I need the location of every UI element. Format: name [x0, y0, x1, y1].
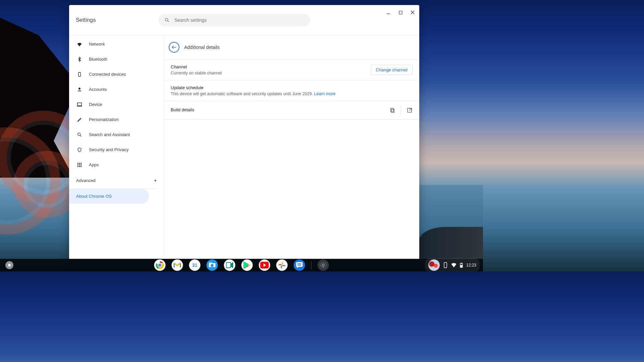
sidebar-item-label: Personalization [89, 117, 119, 122]
meet-app-icon[interactable] [224, 259, 235, 271]
update-subtitle: This device will get automatic software … [171, 92, 413, 96]
photos-app-icon[interactable] [276, 259, 288, 271]
channel-subtitle: Currently on stable channel [171, 71, 366, 75]
svg-point-20 [80, 166, 82, 167]
sidebar-item-network[interactable]: Network [69, 37, 164, 52]
svg-point-12 [77, 163, 78, 164]
settings-window: Settings Network Bluetooth Connected dev… [69, 5, 419, 259]
sidebar-item-label: Network [89, 42, 105, 47]
system-tray[interactable]: 12:23 [425, 258, 480, 272]
sidebar-item-label: Device [89, 102, 102, 107]
clock: 12:23 [466, 263, 476, 267]
page-title: Additional details [184, 45, 220, 50]
sidebar: Network Bluetooth Connected devices Acco… [69, 35, 164, 259]
shelf: 31 12:23 [0, 259, 483, 272]
settings-app-icon[interactable] [318, 259, 329, 271]
svg-marker-40 [297, 267, 299, 268]
sidebar-item-personalization[interactable]: Personalization [69, 112, 164, 127]
sidebar-item-device[interactable]: Device [69, 97, 164, 112]
search-icon [164, 17, 170, 23]
sidebar-item-label: About Chrome OS [76, 194, 112, 199]
messages-app-icon[interactable] [294, 259, 305, 271]
wifi-icon [76, 41, 83, 47]
open-external-icon[interactable] [407, 107, 413, 113]
svg-point-13 [79, 163, 80, 164]
svg-point-4 [165, 18, 168, 21]
svg-marker-31 [231, 262, 233, 268]
sidebar-item-label: Accounts [89, 87, 107, 92]
search-icon [76, 132, 83, 137]
sidebar-item-security-privacy[interactable]: Security and Privacy [69, 142, 164, 157]
svg-line-11 [80, 135, 81, 136]
chrome-app-icon[interactable] [154, 259, 166, 271]
sidebar-item-bluetooth[interactable]: Bluetooth [69, 52, 164, 67]
learn-more-link[interactable]: Learn more [314, 92, 335, 96]
gmail-app-icon[interactable] [172, 259, 183, 271]
update-title: Update schedule [171, 85, 413, 90]
svg-point-19 [79, 166, 80, 167]
sidebar-item-label: Apps [89, 162, 99, 167]
notifications-icon[interactable] [443, 262, 448, 268]
svg-point-14 [80, 163, 82, 164]
search-field[interactable] [158, 14, 310, 26]
sidebar-advanced[interactable]: Advanced ▾ [69, 172, 164, 188]
launcher-button[interactable] [5, 261, 13, 269]
shield-icon [76, 147, 83, 153]
svg-point-29 [211, 264, 214, 267]
main-panel: Additional details Channel Currently on … [164, 35, 419, 259]
copy-icon[interactable] [389, 107, 395, 113]
svg-rect-6 [78, 72, 81, 76]
svg-rect-46 [461, 263, 462, 263]
svg-point-10 [78, 133, 80, 135]
wifi-status-icon [451, 263, 457, 267]
chevron-down-icon: ▾ [154, 178, 157, 183]
svg-line-5 [168, 21, 169, 22]
svg-rect-1 [399, 11, 402, 14]
laptop-icon [76, 102, 83, 108]
sidebar-item-about[interactable]: About Chrome OS [69, 189, 149, 204]
svg-rect-39 [296, 262, 303, 267]
search-input[interactable] [174, 17, 304, 23]
svg-point-7 [78, 87, 80, 89]
build-details-row: Build details [164, 101, 419, 120]
channel-title: Channel [171, 64, 366, 69]
svg-point-28 [158, 263, 162, 267]
back-button[interactable] [169, 42, 179, 53]
svg-point-15 [77, 164, 78, 165]
sidebar-item-label: Security and Privacy [89, 147, 129, 152]
svg-point-43 [322, 264, 324, 266]
sidebar-item-label: Bluetooth [89, 57, 107, 62]
minimize-button[interactable] [384, 8, 392, 16]
svg-rect-22 [391, 109, 394, 113]
build-title: Build details [171, 107, 385, 112]
svg-rect-23 [391, 108, 393, 112]
svg-rect-47 [461, 265, 462, 267]
change-channel-button[interactable]: Change channel [371, 65, 413, 75]
youtube-app-icon[interactable] [259, 259, 270, 271]
close-button[interactable] [409, 8, 417, 16]
pen-icon [76, 117, 83, 122]
svg-point-17 [80, 164, 82, 165]
sidebar-item-search-assistant[interactable]: Search and Assistant [69, 127, 164, 142]
svg-rect-44 [444, 262, 447, 268]
apps-grid-icon [76, 162, 83, 168]
play-store-app-icon[interactable] [241, 259, 253, 271]
sidebar-item-label: Search and Assistant [89, 132, 130, 137]
svg-line-25 [409, 108, 412, 111]
sidebar-item-accounts[interactable]: Accounts [69, 82, 164, 97]
calendar-app-icon[interactable]: 31 [189, 259, 201, 271]
sidebar-item-connected-devices[interactable]: Connected devices [69, 67, 164, 82]
files-app-icon[interactable] [207, 259, 218, 271]
advanced-label: Advanced [76, 178, 96, 183]
app-title: Settings [76, 17, 96, 23]
maximize-button[interactable] [396, 8, 405, 16]
svg-marker-33 [244, 261, 248, 269]
channel-row: Channel Currently on stable channel Chan… [164, 60, 419, 80]
battery-status-icon [460, 263, 463, 268]
person-icon [76, 87, 83, 92]
svg-point-16 [79, 164, 80, 165]
avatar[interactable] [428, 259, 440, 271]
update-schedule-row: Update schedule This device will get aut… [164, 80, 419, 101]
bluetooth-icon [76, 57, 83, 62]
sidebar-item-apps[interactable]: Apps [69, 157, 164, 172]
